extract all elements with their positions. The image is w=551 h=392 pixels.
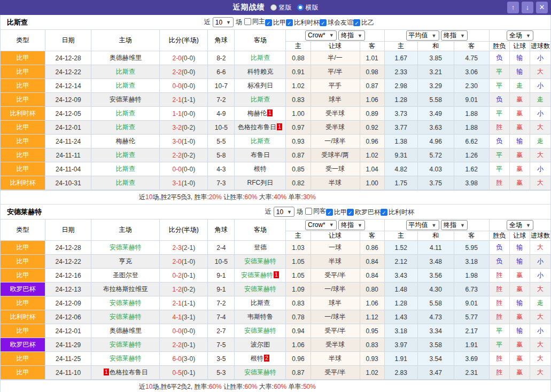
away-team[interactable]: 韦斯特鲁 xyxy=(235,310,286,324)
col-home: 主场 xyxy=(91,219,160,241)
euro-source-select[interactable]: 平均值▼ xyxy=(406,30,439,41)
home-team[interactable]: 安德莱赫特 xyxy=(91,310,160,324)
away-team[interactable]: 根特2 xyxy=(235,352,286,366)
away-team[interactable]: RFC列日 xyxy=(235,176,286,190)
radio-selected-icon[interactable] xyxy=(297,4,304,11)
view-option-horizontal[interactable]: 横版 xyxy=(297,3,319,12)
home-team[interactable]: 比斯查 xyxy=(91,162,160,176)
move-up-button[interactable]: ↑ xyxy=(507,2,519,13)
corner-cell: 10-5 xyxy=(208,255,235,269)
asia-away-odds: 0.96 xyxy=(360,135,384,148)
asia-home-odds: 0.97 xyxy=(286,121,311,135)
asia-away-odds: 0.92 xyxy=(360,121,384,135)
home-team[interactable]: 比斯查 xyxy=(91,148,160,162)
checkbox-checked-icon[interactable]: ✓ xyxy=(320,19,327,26)
same-venue-checkbox[interactable]: 同主 xyxy=(244,17,265,26)
col-asia-away: 客 xyxy=(360,42,384,51)
away-team[interactable]: 梅赫伦1 xyxy=(235,107,286,121)
away-team[interactable]: 比斯查 xyxy=(235,296,286,310)
asia-home-odds: 1.03 xyxy=(286,241,311,255)
home-team[interactable]: 比斯查 xyxy=(91,107,160,121)
euro-home-odds: 1.28 xyxy=(384,296,417,310)
view-option-vertical[interactable]: 竖版 xyxy=(270,3,292,12)
result-goals: 大 xyxy=(530,366,550,380)
checkbox-checked-icon[interactable]: ✓ xyxy=(347,209,354,216)
home-team[interactable]: 圣图尔登 xyxy=(91,269,160,283)
asia-source-select[interactable]: Crow*▼ xyxy=(305,220,337,230)
away-team[interactable]: 波尔图 xyxy=(235,338,286,352)
asia-time-select[interactable]: 终指▼ xyxy=(338,30,365,41)
same-venue-checkbox[interactable]: 同客 xyxy=(305,207,326,216)
asia-home-odds: 1.00 xyxy=(286,107,311,121)
league-checkbox[interactable]: ✓比甲 xyxy=(265,18,286,27)
home-team[interactable]: 安德莱赫特 xyxy=(91,338,160,352)
away-team[interactable]: 根特 xyxy=(235,162,286,176)
checkbox-checked-icon[interactable]: ✓ xyxy=(381,209,387,216)
away-team[interactable]: 安德莱赫特 xyxy=(235,366,286,380)
col-result-goals: 进球数 xyxy=(530,42,550,51)
radio-unselected-icon[interactable] xyxy=(270,4,277,11)
checkbox-unchecked-icon[interactable] xyxy=(305,208,312,215)
euro-source-select[interactable]: 平均值▼ xyxy=(406,220,439,230)
away-team[interactable]: 比斯查 xyxy=(235,93,286,107)
home-team[interactable]: 安德莱赫特 xyxy=(91,93,160,107)
result-handicap: 赢 xyxy=(509,283,530,296)
away-team[interactable]: 安德莱赫特1 xyxy=(235,269,286,283)
home-team[interactable]: 安德莱赫特 xyxy=(91,352,160,366)
euro-draw-odds: 3.58 xyxy=(417,338,454,352)
away-team[interactable]: 比斯查 xyxy=(235,135,286,148)
euro-draw-odds: 5.72 xyxy=(417,148,454,162)
match-count-select[interactable]: 10▼ xyxy=(274,207,294,217)
scope-select[interactable]: 全场▼ xyxy=(507,220,533,230)
league-checkbox[interactable]: ✓欧罗巴杯 xyxy=(347,208,381,217)
away-team[interactable]: 登德 xyxy=(235,241,286,255)
home-team[interactable]: 奥德赫维里 xyxy=(91,324,160,338)
home-team[interactable]: 比斯查 xyxy=(91,65,160,79)
scope-select[interactable]: 全场▼ xyxy=(507,30,533,41)
home-team[interactable]: 安德莱赫特 xyxy=(91,296,160,310)
checkbox-unchecked-icon[interactable] xyxy=(244,18,251,25)
league-checkbox[interactable]: ✓球会友谊 xyxy=(320,18,353,27)
match-count-select[interactable]: 10▼ xyxy=(213,17,234,27)
away-team[interactable]: 安德莱赫特 xyxy=(235,283,286,296)
league-checkbox[interactable]: ✓比利时杯 xyxy=(286,18,320,27)
euro-home-odds: 1.75 xyxy=(384,176,417,190)
result-goals: 大 xyxy=(530,176,550,190)
away-team[interactable]: 色格拉布鲁日1 xyxy=(235,121,286,135)
move-down-button[interactable]: ↓ xyxy=(522,2,533,13)
checkbox-checked-icon[interactable]: ✓ xyxy=(353,19,360,26)
euro-time-select[interactable]: 终指▼ xyxy=(441,220,468,230)
euro-home-odds: 4.82 xyxy=(384,162,417,176)
asia-home-odds: 0.93 xyxy=(286,135,311,148)
close-button[interactable]: ✕ xyxy=(536,2,548,13)
home-team[interactable]: 安德莱赫特 xyxy=(91,241,160,255)
home-team[interactable]: 1色格拉布鲁日 xyxy=(91,366,160,380)
away-team[interactable]: 布鲁日 xyxy=(235,148,286,162)
league-checkbox[interactable]: ✓比乙 xyxy=(353,18,374,27)
home-team[interactable]: 奥德赫维里 xyxy=(91,51,160,65)
checkbox-checked-icon[interactable]: ✓ xyxy=(326,209,333,216)
away-team[interactable]: 科特赖克 xyxy=(235,65,286,79)
home-team[interactable]: 布拉格斯拉维亚 xyxy=(91,283,160,296)
asia-handicap: 受球半/两 xyxy=(311,148,360,162)
home-team[interactable]: 比斯查 xyxy=(91,176,160,190)
euro-home-odds: 2.12 xyxy=(384,255,417,269)
score-cell: 2-0(0-0) xyxy=(160,51,208,65)
league-checkbox[interactable]: ✓比甲 xyxy=(326,208,347,217)
home-team[interactable]: 亨克 xyxy=(91,255,160,269)
home-team[interactable]: 比斯查 xyxy=(91,79,160,93)
score-cell: 2-1(1-1) xyxy=(160,93,208,107)
home-team[interactable]: 梅赫伦 xyxy=(91,135,160,148)
league-checkbox[interactable]: ✓比利时杯 xyxy=(381,208,414,217)
away-team[interactable]: 标准列日 xyxy=(235,79,286,93)
away-team[interactable]: 安德莱赫特 xyxy=(235,324,286,338)
asia-time-select[interactable]: 终指▼ xyxy=(338,220,365,230)
away-team[interactable]: 比斯查 xyxy=(235,51,286,65)
checkbox-checked-icon[interactable]: ✓ xyxy=(286,19,293,26)
euro-time-select[interactable]: 终指▼ xyxy=(441,30,468,41)
checkbox-checked-icon[interactable]: ✓ xyxy=(265,19,272,26)
type-cell: 比甲 xyxy=(1,296,45,310)
asia-source-select[interactable]: Crow*▼ xyxy=(305,30,337,41)
away-team[interactable]: 安德莱赫特 xyxy=(235,255,286,269)
home-team[interactable]: 比斯查 xyxy=(91,121,160,135)
